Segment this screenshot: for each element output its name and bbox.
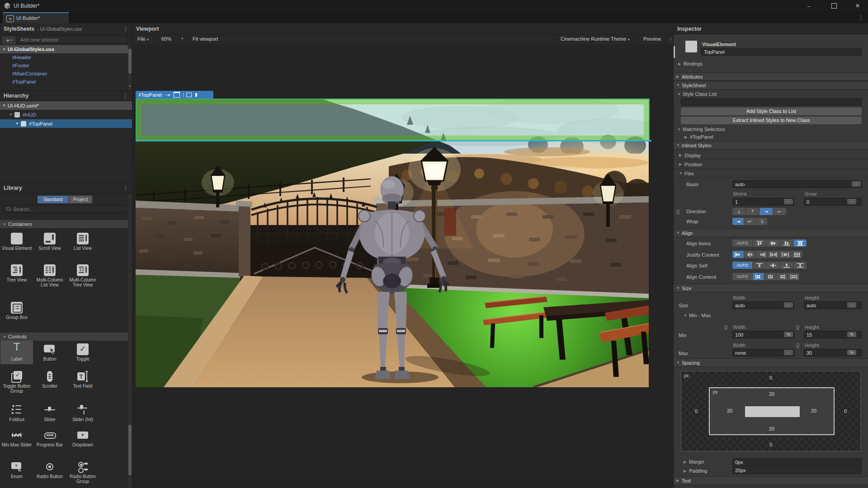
justify-start-button[interactable] — [732, 251, 744, 258]
align-self-end-button[interactable] — [780, 262, 793, 269]
max-width-unit-button[interactable]: - — [784, 350, 793, 355]
add-selector-input[interactable]: Add new selector... ⋮ — [18, 36, 128, 44]
library-item-multi-column-tree-view[interactable]: Multi-Column Tree View — [66, 264, 99, 276]
align-items-auto-button[interactable]: AUTO — [732, 239, 752, 247]
controls-section-header[interactable]: ▼ Controls — [0, 332, 132, 341]
library-item-toggle-button-group[interactable]: ✓ Toggle Button Group — [0, 371, 33, 382]
hierarchy-kebab-icon[interactable]: ⋮ — [123, 93, 128, 99]
library-item-enum[interactable]: ▼ E Enum — [0, 461, 33, 473]
justify-columns-icon[interactable] — [186, 93, 192, 97]
library-item-button[interactable]: Button — [33, 343, 66, 355]
library-tab-project[interactable]: Project — [69, 196, 92, 203]
min-height-unit-button[interactable]: % — [847, 332, 856, 337]
extract-styles-button[interactable]: Extract Inlined Styles to New Class — [681, 117, 862, 124]
toppanel-nameplate[interactable]: #TopPanel ⇢ — [136, 91, 213, 99]
direction-row-reverse-button[interactable]: ⇠ — [773, 208, 786, 215]
library-item-foldout[interactable]: ▼ ▶ ▶ Foldout — [0, 404, 33, 416]
selector-item-footer[interactable]: #Footer — [12, 63, 29, 68]
align-self-auto-button[interactable]: AUTO — [732, 262, 752, 269]
style-class-input[interactable] — [681, 98, 862, 106]
add-selector-button[interactable]: + ▾ — [2, 36, 16, 45]
attributes-section[interactable]: ▶ Attributes — [674, 72, 868, 81]
spacing-section[interactable]: ▼ Spacing — [674, 358, 868, 367]
minmax-foldout[interactable]: ▼ Min - Max — [674, 312, 868, 319]
max-height-unit-button[interactable]: % — [847, 350, 856, 355]
align-columns-icon[interactable] — [174, 92, 180, 98]
align-self-start-button[interactable] — [753, 262, 766, 269]
justify-space-evenly-button[interactable] — [791, 251, 802, 258]
matching-selectors-foldout[interactable]: ▼ Matching Selectors — [674, 126, 868, 133]
text-section[interactable]: ▶ Text — [674, 476, 868, 485]
stylesheet-section[interactable]: ▼ StyleSheet — [674, 81, 868, 89]
grow-unit-button[interactable]: - — [847, 199, 856, 204]
library-item-scroller[interactable]: Scroller — [33, 371, 66, 382]
selector-item-toppanel[interactable]: #TopPanel — [12, 79, 36, 84]
wrap-nowrap-button[interactable]: ⇥ — [732, 218, 744, 225]
library-item-visual-element[interactable]: Visual Element — [0, 233, 33, 244]
direction-column-button[interactable]: ⇣ — [732, 208, 745, 215]
hierarchy-root-row[interactable]: ▼ UI-HUD.uxml* — [0, 101, 132, 110]
margin-bottom-value[interactable]: 0 — [681, 442, 860, 447]
align-content-end-button[interactable] — [776, 273, 788, 280]
library-item-radio-button-group[interactable]: Radio Button Group — [66, 461, 99, 473]
flex-direction-icon[interactable]: ⇢ — [165, 92, 170, 98]
position-anchor-icon[interactable] — [195, 93, 197, 97]
bindings-foldout[interactable]: ▶ Bindings — [674, 60, 868, 68]
padding-right-value[interactable]: 20 — [811, 408, 816, 413]
align-section[interactable]: ▼ Align — [674, 229, 868, 237]
direction-row-button[interactable]: ⇢ — [760, 208, 773, 215]
library-item-progress-bar[interactable]: Progress Bar — [33, 429, 66, 441]
minimize-button[interactable]: – — [798, 0, 819, 12]
library-item-group-box[interactable]: Group Box — [0, 302, 33, 314]
library-item-list-view[interactable]: List View — [66, 233, 99, 244]
align-content-start-button[interactable] — [753, 273, 764, 280]
library-item-dropdown[interactable]: ▼ Dropdown — [66, 429, 99, 441]
size-width-unit-button[interactable]: - — [784, 302, 793, 308]
maximize-button[interactable] — [824, 0, 844, 12]
preview-button[interactable]: Preview — [643, 36, 661, 42]
matching-selector-toppanel[interactable]: ▶ #TopPanel — [674, 133, 868, 141]
game-scene[interactable] — [136, 99, 649, 387]
padding-top-value[interactable]: 20 — [710, 391, 834, 397]
align-content-center-button[interactable] — [764, 273, 776, 280]
padding-field[interactable]: 20px — [732, 466, 862, 474]
library-item-toggle[interactable]: ✓ Toggle — [66, 343, 99, 355]
zoom-chevron-icon[interactable]: ▾ — [181, 37, 183, 41]
inlined-styles-section[interactable]: ▼ Inlined Styles — [674, 141, 868, 150]
tab-ui-builder[interactable]: ui UI Builder* — [3, 12, 69, 23]
theme-dropdown[interactable]: Cinemachine Runtime Theme ▾ — [561, 36, 629, 42]
stylesheet-root-row[interactable]: ▼ UI-GlobalStyles.uss — [0, 45, 128, 53]
flex-foldout[interactable]: ▼ Flex — [674, 169, 868, 178]
display-foldout[interactable]: ▶ Display — [674, 151, 868, 160]
margin-left-value[interactable]: 0 — [695, 408, 698, 414]
close-button[interactable]: × — [847, 0, 868, 12]
position-foldout[interactable]: ▶ Position — [674, 160, 868, 169]
inspector-scroll-indicator[interactable] — [674, 46, 675, 58]
size-height-unit-button[interactable]: - — [847, 302, 856, 308]
wrap-reverse-button[interactable]: ↴ — [756, 218, 767, 225]
add-style-class-button[interactable]: Add Style Class to List — [681, 108, 862, 115]
margin-field[interactable]: 0px — [732, 458, 862, 466]
library-item-min-max-slider[interactable]: Min-Max Slider — [0, 429, 33, 441]
box-model-margin[interactable]: px 0 0 0 0 px 20 20 20 20 — [681, 371, 861, 451]
justify-center-button[interactable] — [744, 251, 755, 258]
file-menu[interactable]: File ▾ — [137, 36, 149, 42]
library-scrollbar[interactable] — [128, 193, 132, 488]
style-class-list-foldout[interactable]: ▼ Style Class List — [674, 90, 868, 98]
align-items-stretch-button[interactable] — [793, 239, 807, 247]
library-kebab-icon[interactable]: ⋮ — [123, 185, 128, 192]
align-items-center-button[interactable] — [766, 239, 779, 247]
align-self-center-button[interactable] — [766, 262, 779, 269]
basis-field[interactable]: auto — [732, 180, 862, 188]
selector-item-header[interactable]: #Header — [12, 55, 31, 60]
library-item-label[interactable]: T Label — [0, 343, 33, 355]
justify-space-between-button[interactable] — [768, 251, 779, 258]
align-content-auto-button[interactable]: AUTO — [732, 273, 752, 280]
element-name-field[interactable]: TopPanel — [701, 48, 862, 56]
align-self-stretch-button[interactable] — [793, 262, 807, 269]
size-section[interactable]: ▼ Size — [674, 284, 868, 292]
hierarchy-item-toppanel[interactable]: ▼ #TopPanel — [0, 119, 132, 128]
min-width-unit-button[interactable]: % — [784, 332, 793, 337]
basis-unit-button[interactable]: - — [852, 181, 861, 187]
margin-top-value[interactable]: 0 — [681, 375, 860, 380]
